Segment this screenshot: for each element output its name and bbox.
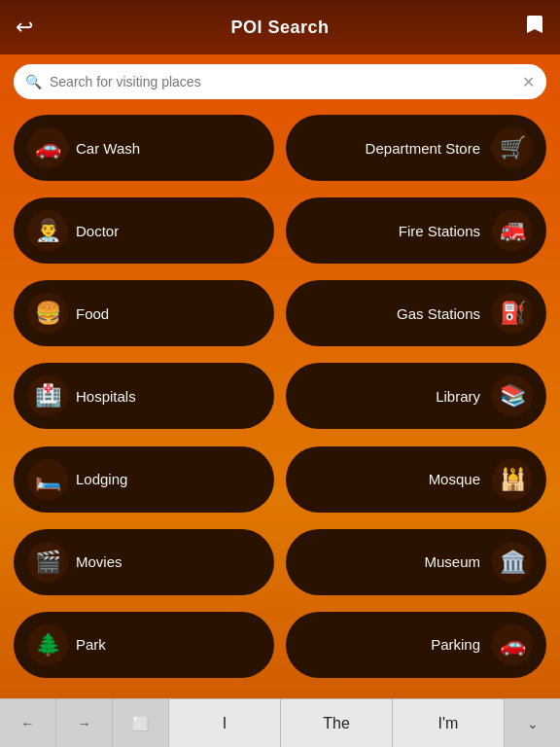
poi-label-lodging: Lodging [76, 471, 261, 487]
poi-btn-museum[interactable]: 🏛️Museum [286, 529, 546, 595]
poi-label-park: Park [76, 636, 261, 653]
poi-label-movies: Movies [76, 553, 261, 570]
poi-icon-hospitals: 🏥 [27, 375, 68, 416]
poi-label-gas-stations: Gas Stations [299, 305, 484, 322]
word-suggestion-2[interactable]: The [281, 699, 393, 747]
nav-copy-button[interactable]: ⬜ [113, 699, 169, 747]
nav-forward-button[interactable]: → [56, 699, 113, 747]
poi-label-fire-stations: Fire Stations [299, 223, 484, 239]
top-bar: ↩ POI Search [0, 0, 560, 54]
word-suggestion-3[interactable]: I'm [393, 699, 505, 747]
word-suggestion-1[interactable]: I [169, 699, 281, 747]
poi-icon-gas-stations: ⛽ [492, 293, 533, 334]
poi-icon-lodging: 🛏️ [27, 459, 68, 500]
poi-icon-parking: 🚗 [492, 624, 533, 665]
search-icon: 🔍 [25, 74, 42, 89]
poi-icon-doctor: 👨‍⚕️ [27, 210, 68, 251]
poi-label-library: Library [299, 388, 484, 405]
poi-icon-food: 🍔 [27, 293, 68, 334]
poi-btn-mosque[interactable]: 🕌Mosque [286, 446, 546, 513]
poi-icon-mosque: 🕌 [492, 459, 533, 500]
bottom-bar: ← → ⬜ I The I'm ⌄ [0, 698, 560, 747]
poi-btn-movies[interactable]: 🎬Movies [14, 529, 274, 595]
poi-icon-car-wash: 🚗 [27, 127, 68, 168]
poi-btn-food[interactable]: 🍔Food [14, 280, 274, 346]
poi-label-museum: Museum [299, 553, 484, 570]
poi-label-parking: Parking [299, 636, 484, 653]
poi-btn-car-wash[interactable]: 🚗Car Wash [14, 115, 274, 181]
poi-btn-fire-stations[interactable]: 🚒Fire Stations [286, 197, 546, 264]
nav-back-button[interactable]: ← [0, 699, 56, 747]
poi-label-hospitals: Hospitals [76, 388, 261, 405]
poi-btn-gas-stations[interactable]: ⛽Gas Stations [286, 280, 546, 346]
chevron-down-button[interactable]: ⌄ [505, 699, 560, 747]
poi-label-doctor: Doctor [76, 223, 261, 239]
poi-icon-fire-stations: 🚒 [492, 210, 533, 251]
poi-label-food: Food [76, 305, 261, 322]
poi-btn-parking[interactable]: 🚗Parking [286, 612, 546, 678]
poi-icon-library: 📚 [492, 375, 533, 416]
poi-btn-park[interactable]: 🌲Park [14, 612, 274, 678]
poi-label-department-store: Department Store [299, 140, 484, 157]
poi-icon-park: 🌲 [27, 624, 68, 665]
bookmark-button[interactable] [525, 14, 544, 41]
poi-label-car-wash: Car Wash [76, 140, 261, 157]
poi-btn-library[interactable]: 📚Library [286, 363, 546, 429]
poi-btn-doctor[interactable]: 👨‍⚕️Doctor [14, 197, 274, 264]
back-button[interactable]: ↩ [16, 15, 33, 40]
poi-btn-hospitals[interactable]: 🏥Hospitals [14, 363, 274, 429]
poi-label-mosque: Mosque [299, 471, 484, 487]
poi-btn-lodging[interactable]: 🛏️Lodging [14, 446, 274, 513]
search-bar: 🔍 ✕ [14, 64, 546, 99]
search-clear-icon[interactable]: ✕ [522, 73, 535, 91]
poi-icon-movies: 🎬 [27, 542, 68, 583]
page-title: POI Search [230, 18, 329, 38]
poi-icon-department-store: 🛒 [492, 127, 533, 168]
poi-btn-department-store[interactable]: 🛒Department Store [286, 115, 546, 181]
search-input[interactable] [50, 74, 522, 89]
poi-icon-museum: 🏛️ [492, 542, 533, 583]
poi-grid: 🚗Car Wash🛒Department Store👨‍⚕️Doctor🚒Fir… [0, 109, 560, 693]
